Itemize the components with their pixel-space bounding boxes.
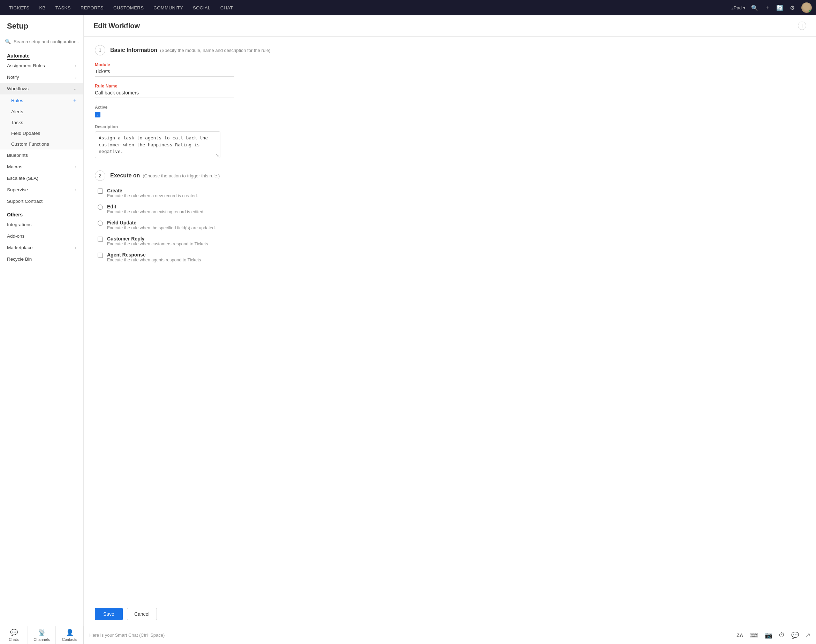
notify-label: Notify <box>7 75 19 80</box>
sidebar-item-supervise[interactable]: Supervise › <box>0 184 83 195</box>
assignment-rules-label: Assignment Rules <box>7 63 45 68</box>
smart-chat-placeholder[interactable]: Here is your Smart Chat (Ctrl+Space) <box>89 633 730 638</box>
agent-response-option-title: Agent Response <box>107 252 201 258</box>
rule-name-value[interactable]: Call back customers <box>95 90 234 98</box>
sidebar-item-add-ons[interactable]: Add-ons <box>0 230 83 242</box>
blueprints-label: Blueprints <box>7 153 28 158</box>
zai-icon[interactable]: ZA <box>736 633 743 638</box>
bottom-nav-contacts[interactable]: 👤 Contacts <box>56 626 83 644</box>
timer-icon[interactable]: ⏱ <box>779 632 785 639</box>
support-contract-label: Support Contract <box>7 199 43 204</box>
sidebar-item-workflows[interactable]: Workflows ⌄ <box>0 83 83 94</box>
nav-social[interactable]: SOCIAL <box>188 0 215 15</box>
workflows-section: Workflows ⌄ Rules + Alerts Tasks Field U… <box>0 83 83 149</box>
module-value: Tickets <box>95 69 234 77</box>
content-body: 1 Basic Information (Specify the module,… <box>84 37 816 602</box>
sidebar-sub-item-custom-functions[interactable]: Custom Functions <box>0 139 83 149</box>
sidebar-item-assignment-rules[interactable]: Assignment Rules › <box>0 60 83 71</box>
sidebar-item-notify[interactable]: Notify › <box>0 71 83 83</box>
chats-icon: 💬 <box>10 629 18 636</box>
execute-option-customer-reply: Customer Reply Execute the rule when cus… <box>98 236 805 246</box>
active-checkbox[interactable]: ✓ <box>95 112 100 117</box>
save-button[interactable]: Save <box>95 608 123 620</box>
section1-number: 1 <box>95 45 105 55</box>
create-option-title: Create <box>107 188 198 193</box>
nav-kb[interactable]: KB <box>34 0 50 15</box>
sidebar-item-blueprints[interactable]: Blueprints <box>0 149 83 161</box>
keyboard-icon[interactable]: ⌨ <box>749 632 758 639</box>
sidebar-search-area: 🔍 <box>0 35 83 48</box>
nav-reports[interactable]: REPORTS <box>76 0 108 15</box>
create-checkbox[interactable] <box>98 189 103 194</box>
create-option-content: Create Execute the rule when a new recor… <box>107 188 198 198</box>
sidebar: Setup 🔍 Automate Assignment Rules › Noti… <box>0 15 84 626</box>
resize-icon: ⤡ <box>215 153 219 158</box>
nav-tasks[interactable]: TASKS <box>51 0 76 15</box>
workflows-label: Workflows <box>7 86 29 91</box>
nav-community[interactable]: COMMUNITY <box>149 0 188 15</box>
sidebar-search-input[interactable] <box>14 39 78 44</box>
nav-right-controls: zPad ▾ 🔍 ＋ 🔄 ⚙ <box>731 2 812 13</box>
description-textarea[interactable]: Assign a task to agents to call back the… <box>95 131 220 158</box>
sidebar-item-escalate-sla[interactable]: Escalate (SLA) <box>0 173 83 184</box>
section1-title: Basic Information <box>110 47 157 53</box>
bottom-bar-right: Here is your Smart Chat (Ctrl+Space) ZA … <box>84 632 816 639</box>
field-update-radio[interactable] <box>98 221 103 226</box>
chevron-down-icon: ⌄ <box>73 86 76 91</box>
section-basic-info: 1 Basic Information (Specify the module,… <box>95 45 805 159</box>
nav-tickets[interactable]: TICKETS <box>4 0 34 15</box>
zpad-button[interactable]: zPad ▾ <box>731 5 745 11</box>
add-icon[interactable]: ＋ <box>764 4 771 11</box>
sidebar-sub-item-alerts[interactable]: Alerts <box>0 106 83 117</box>
bottom-nav-chats[interactable]: 💬 Chats <box>0 626 28 644</box>
checkmark-icon: ✓ <box>96 113 99 117</box>
camera-icon[interactable]: 📷 <box>765 632 772 639</box>
plus-icon[interactable]: + <box>73 97 76 103</box>
sidebar-sub-item-field-updates[interactable]: Field Updates <box>0 128 83 139</box>
agent-response-checkbox[interactable] <box>98 253 103 258</box>
description-label: Description <box>95 124 805 129</box>
customer-reply-checkbox[interactable] <box>98 237 103 242</box>
content-header: Edit Workflow i <box>84 15 816 37</box>
expand-icon[interactable]: ↗ <box>805 632 810 639</box>
search-icon[interactable]: 🔍 <box>751 4 758 11</box>
nav-items-list: TICKETS KB TASKS REPORTS CUSTOMERS COMMU… <box>4 0 731 15</box>
settings-icon[interactable]: ⚙ <box>789 4 796 11</box>
section2-number: 2 <box>95 170 105 181</box>
zpad-arrow: ▾ <box>743 5 745 11</box>
field-update-option-content: Field Update Execute the rule when the s… <box>107 220 216 230</box>
tasks-label: Tasks <box>11 120 23 125</box>
rules-label: Rules <box>11 98 23 103</box>
sidebar-item-recycle-bin[interactable]: Recycle Bin <box>0 253 83 265</box>
main-layout: Setup 🔍 Automate Assignment Rules › Noti… <box>0 15 816 626</box>
bottom-nav-channels[interactable]: 📡 Channels <box>28 626 56 644</box>
cancel-button[interactable]: Cancel <box>127 608 157 620</box>
channels-label: Channels <box>34 637 49 642</box>
customer-reply-option-desc: Execute the rule when customers respond … <box>107 241 208 246</box>
agent-response-option-content: Agent Response Execute the rule when age… <box>107 252 201 262</box>
integrations-label: Integrations <box>7 222 32 227</box>
chevron-right-icon: › <box>75 246 76 250</box>
chat-icon[interactable]: 💬 <box>791 632 799 639</box>
sidebar-sub-item-tasks[interactable]: Tasks <box>0 117 83 128</box>
notifications-icon[interactable]: 🔄 <box>776 4 783 11</box>
supervise-label: Supervise <box>7 187 28 192</box>
sidebar-sub-item-rules[interactable]: Rules + <box>0 94 83 106</box>
chevron-right-icon: › <box>75 64 76 68</box>
nav-chat[interactable]: CHAT <box>215 0 238 15</box>
user-avatar[interactable] <box>801 2 812 13</box>
sidebar-item-marketplace[interactable]: Marketplace › <box>0 242 83 253</box>
agent-response-option-desc: Execute the rule when agents respond to … <box>107 258 201 262</box>
chevron-right-icon: › <box>75 165 76 169</box>
recycle-bin-label: Recycle Bin <box>7 256 32 262</box>
edit-radio[interactable] <box>98 205 103 210</box>
info-icon[interactable]: i <box>798 21 806 30</box>
sidebar-search-icon: 🔍 <box>5 39 11 44</box>
execute-option-create: Create Execute the rule when a new recor… <box>98 188 805 198</box>
sidebar-item-support-contract[interactable]: Support Contract <box>0 195 83 207</box>
chevron-right-icon: › <box>75 75 76 80</box>
sidebar-item-macros[interactable]: Macros › <box>0 161 83 173</box>
edit-option-content: Edit Execute the rule when an existing r… <box>107 204 204 214</box>
nav-customers[interactable]: CUSTOMERS <box>108 0 149 15</box>
sidebar-item-integrations[interactable]: Integrations <box>0 219 83 230</box>
